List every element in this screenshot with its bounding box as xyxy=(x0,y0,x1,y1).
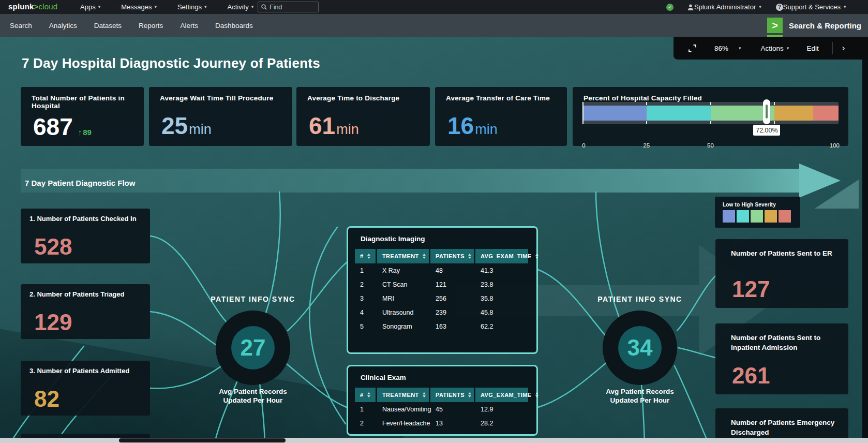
column-header-treatment[interactable]: TREATMENT xyxy=(377,249,429,263)
top-nav-menu-messages[interactable]: Messages▾ xyxy=(121,3,157,11)
chevron-down-icon: ▾ xyxy=(739,46,741,51)
app-bar-item-alerts[interactable]: Alerts xyxy=(180,22,198,29)
flow-card-left: 3. Number of Patients Admitted82 xyxy=(21,361,150,416)
kpi-title: Average Transfer of Care Time xyxy=(446,94,562,102)
app-name: Search & Reporting xyxy=(789,14,861,37)
gauge-tick xyxy=(774,102,775,105)
actions-label: Actions xyxy=(761,45,784,52)
top-nav-menu-apps[interactable]: Apps▾ xyxy=(80,3,100,11)
table-cell: 41.3 xyxy=(475,267,528,274)
sync-right-label: PATIENT INFO SYNC xyxy=(588,295,692,303)
actions-menu[interactable]: Actions ▾ xyxy=(761,45,789,52)
severity-swatch-1 xyxy=(737,210,749,223)
sort-down-arrow xyxy=(367,395,370,397)
app-bar-items: SearchAnalyticsDatasetsReportsAlertsDash… xyxy=(10,14,253,37)
gauge-marker xyxy=(763,99,770,124)
table-cell: Fever/Headache xyxy=(377,420,429,427)
scrollbar-thumb[interactable] xyxy=(119,438,286,442)
menu-label: Apps xyxy=(80,3,96,11)
chevron-down-icon: ▾ xyxy=(251,5,254,9)
gauge-title: Percent of Hospital Capacity Filled xyxy=(583,94,843,102)
column-header--[interactable]: # xyxy=(355,388,376,402)
table-cell: X Ray xyxy=(377,267,429,274)
app-bar-item-analytics[interactable]: Analytics xyxy=(49,22,77,29)
sync-right-caption-line1: Avg Patient Records xyxy=(583,387,697,396)
gauge-tick xyxy=(646,121,647,124)
user-menu[interactable]: Splunk Administrator ▾ xyxy=(694,3,761,11)
dashboard-canvas: 7 Day Hospital Diagnostic Journey of Pat… xyxy=(0,37,868,443)
app-bar-item-dashboards[interactable]: Dashboards xyxy=(215,22,253,29)
column-header--[interactable]: # xyxy=(355,249,376,263)
flow-card-value: 82 xyxy=(34,389,59,409)
sync-right-circle: 34 xyxy=(603,311,677,385)
column-header-avg-exam-time[interactable]: AVG_EXAM_TIME xyxy=(475,249,528,263)
health-check-icon[interactable]: ✓ xyxy=(666,4,674,11)
column-header-patients[interactable]: PATIENTS xyxy=(430,388,474,402)
sort-icon xyxy=(535,254,538,259)
chevron-down-icon: ▾ xyxy=(204,5,207,9)
find-input[interactable] xyxy=(270,4,315,11)
kpi-title: Average Wait Time Till Procedure xyxy=(160,94,287,102)
sort-up-arrow xyxy=(423,392,426,394)
table-cell: 4 xyxy=(355,309,376,316)
sync-left-label: PATIENT INFO SYNC xyxy=(201,295,305,303)
flow-banner-title: 7 Day Patient Diagnostic Flow xyxy=(25,179,135,187)
kpi-unit: min xyxy=(475,122,498,138)
flow-card-value: 127 xyxy=(732,279,770,300)
horizontal-scrollbar[interactable] xyxy=(0,438,868,443)
table-row: 4Ultrasound23945.8 xyxy=(355,305,530,319)
sort-down-arrow xyxy=(468,257,471,259)
chevron-right-icon[interactable]: › xyxy=(842,43,845,53)
gauge-segment-1 xyxy=(647,106,711,121)
kpi-card: Average Wait Time Till Procedure25min xyxy=(149,87,292,146)
support-menu-label: Support & Services xyxy=(783,3,841,11)
sort-icon xyxy=(468,392,471,397)
kpi-card: Total Number of Patients in Hospital687↑… xyxy=(21,87,144,146)
sync-left-circle: 27 xyxy=(216,311,290,385)
kpi-value: 61 xyxy=(309,115,335,137)
table-cell: 12.9 xyxy=(475,406,528,413)
menu-label: Activity xyxy=(227,3,248,11)
gauge-segments xyxy=(582,106,839,121)
chevron-down-icon: ▾ xyxy=(844,5,846,9)
app-bar-item-search[interactable]: Search xyxy=(10,22,32,29)
table-panel: Clinical Exam#TREATMENTPATIENTSAVG_EXAM_… xyxy=(347,365,538,436)
column-header-label: AVG_EXAM_TIME xyxy=(481,392,532,398)
fullscreen-icon[interactable] xyxy=(688,44,697,53)
menu-label: Messages xyxy=(121,3,152,11)
app-bar-item-reports[interactable]: Reports xyxy=(139,22,163,29)
top-nav-menu-settings[interactable]: Settings▾ xyxy=(177,3,207,11)
table-cell: 13 xyxy=(430,420,474,427)
flow-card-title: Number of Patients Sent to ER xyxy=(731,248,839,258)
chevron-down-icon: ▾ xyxy=(759,5,761,9)
sort-down-arrow xyxy=(423,257,426,259)
dashboard-toolbar: 86% ▾ Actions ▾ Edit › xyxy=(674,37,868,60)
table-cell: 45.8 xyxy=(475,309,528,316)
sort-up-arrow xyxy=(367,254,370,256)
column-header-patients[interactable]: PATIENTS xyxy=(430,249,474,263)
column-header-avg-exam-time[interactable]: AVG_EXAM_TIME xyxy=(475,388,528,402)
table-row: 2CT Scan12123.8 xyxy=(355,277,530,291)
app-bar-item-datasets[interactable]: Datasets xyxy=(94,22,122,29)
find-search-box[interactable] xyxy=(258,2,319,12)
severity-swatch-2 xyxy=(751,210,763,223)
edit-button[interactable]: Edit xyxy=(806,45,818,52)
splunk-cloud-logo[interactable]: splunk>cloud xyxy=(8,2,57,11)
sync-left-caption: Avg Patient Records Updated Per Hour xyxy=(196,387,310,405)
table-cell: CT Scan xyxy=(377,281,429,288)
column-header-label: TREATMENT xyxy=(382,253,419,259)
table-row: 5Sonogram16362.2 xyxy=(355,319,530,333)
sync-left-value: 27 xyxy=(231,326,275,370)
search-reporting-app-icon[interactable]: > xyxy=(767,18,783,33)
kpi-delta-value: 89 xyxy=(83,128,92,137)
table-cell: 239 xyxy=(430,309,474,316)
support-menu[interactable]: Support & Services ▾ xyxy=(783,3,846,11)
kpi-unit: min xyxy=(336,122,359,138)
severity-swatch-3 xyxy=(765,210,777,223)
top-nav-menu-activity[interactable]: Activity▾ xyxy=(227,3,253,11)
kpi-card: Average Transfer of Care Time16min xyxy=(435,87,567,146)
gauge-card: Percent of Hospital Capacity Filled 0255… xyxy=(573,87,848,146)
column-header-treatment[interactable]: TREATMENT xyxy=(377,388,429,402)
zoom-select[interactable]: 86% ▾ xyxy=(714,45,741,52)
kpi-card: Average Time to Discharge61min xyxy=(296,87,430,146)
